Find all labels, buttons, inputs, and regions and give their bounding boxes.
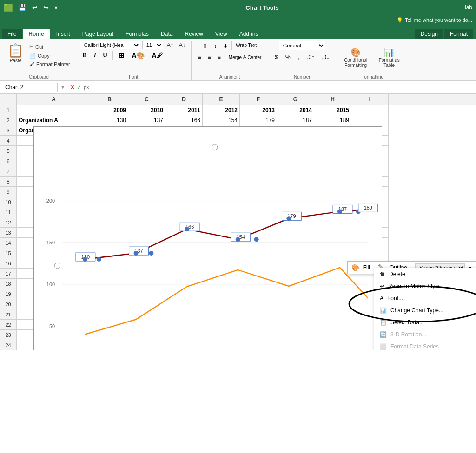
cell-1-B[interactable]: 2009 [91, 105, 128, 115]
row-header-5[interactable]: 5 [0, 146, 17, 156]
row-header-13[interactable]: 13 [0, 228, 17, 238]
align-right-button[interactable]: ≡ [215, 52, 224, 62]
bold-button[interactable]: B [80, 51, 90, 60]
row-header-8[interactable]: 8 [0, 177, 17, 187]
underline-button[interactable]: U [100, 51, 110, 60]
align-center-button[interactable]: ≡ [205, 52, 214, 62]
font-color-button[interactable]: A🖊 [149, 50, 166, 60]
row-header-15[interactable]: 15 [0, 248, 17, 258]
paste-button[interactable]: 📋 Paste [6, 41, 26, 65]
row-header-20[interactable]: 20 [0, 299, 17, 309]
row-header-9[interactable]: 9 [0, 187, 17, 197]
context-menu-reset[interactable]: ↩ Reset to Match Style [374, 280, 476, 292]
col-header-i[interactable]: I [351, 94, 389, 105]
cell-2-B[interactable]: 130 [91, 115, 128, 125]
cell-1-C[interactable]: 2010 [128, 105, 165, 115]
col-header-e[interactable]: E [203, 94, 240, 105]
row-header-10[interactable]: 10 [0, 197, 17, 207]
cell-2-G[interactable]: 187 [277, 115, 314, 125]
chart-container[interactable]: 0 50 100 150 200 2009 2010 2011 2012 201… [33, 126, 382, 350]
format-painter-button[interactable]: 🖌 Format Painter [27, 60, 72, 68]
italic-button[interactable]: I [91, 51, 98, 60]
col-header-a[interactable]: A [17, 94, 91, 105]
row-header-14[interactable]: 14 [0, 238, 17, 248]
context-menu-select-data[interactable]: 📋 Select Data... [374, 316, 476, 328]
fill-toolbar-button[interactable]: 🎨 [351, 264, 359, 271]
row-header-3[interactable]: 3 [0, 125, 17, 136]
tell-me-section[interactable]: 💡 Tell me what you want to do... [397, 17, 472, 23]
row-header-23[interactable]: 23 [0, 330, 17, 340]
cell-2-H[interactable]: 189 [314, 115, 351, 125]
row-header-16[interactable]: 16 [0, 258, 17, 269]
row-header-19[interactable]: 19 [0, 289, 17, 299]
cancel-formula-icon[interactable]: ✕ [70, 84, 75, 91]
redo-button[interactable]: ↪ [41, 3, 51, 12]
cell-2-F[interactable]: 179 [240, 115, 277, 125]
tab-addins[interactable]: Add-ins [234, 29, 264, 39]
col-header-g[interactable]: G [277, 94, 314, 105]
row-header-24[interactable]: 24 [0, 340, 17, 350]
tab-file[interactable]: File [2, 29, 22, 39]
col-header-h[interactable]: H [314, 94, 351, 105]
cell-1-F[interactable]: 2013 [240, 105, 277, 115]
row-header-11[interactable]: 11 [0, 207, 17, 217]
row-header-18[interactable]: 18 [0, 279, 17, 289]
tab-design[interactable]: Design [415, 29, 443, 39]
tab-insert[interactable]: Insert [51, 29, 76, 39]
row-header-6[interactable]: 6 [0, 156, 17, 166]
align-top-button[interactable]: ⬆ [200, 41, 210, 51]
cell-1-E[interactable]: 2012 [203, 105, 240, 115]
cell-2-A[interactable]: Organization A [17, 115, 91, 125]
percent-button[interactable]: % [283, 52, 293, 62]
tab-formulas[interactable]: Formulas [120, 29, 154, 39]
save-button[interactable]: 💾 [17, 3, 28, 12]
tab-data[interactable]: Data [155, 29, 178, 39]
border-button[interactable]: ⊞ [116, 50, 127, 60]
conditional-formatting-button[interactable]: 🎨 Conditional Formatting [340, 46, 371, 70]
row-header-2[interactable]: 2 [0, 115, 17, 125]
tab-review[interactable]: Review [179, 29, 208, 39]
tab-home[interactable]: Home [23, 29, 49, 39]
row-header-12[interactable]: 12 [0, 217, 17, 228]
context-menu-delete[interactable]: 🗑 Delete [374, 268, 476, 280]
align-bottom-button[interactable]: ⬇ [220, 41, 231, 51]
row-header-7[interactable]: 7 [0, 166, 17, 177]
tab-format[interactable]: Format [444, 29, 473, 39]
confirm-formula-icon[interactable]: ✓ [77, 84, 81, 91]
font-size-select[interactable]: 11 [142, 41, 163, 49]
cell-1-I[interactable] [351, 105, 389, 115]
col-header-f[interactable]: F [240, 94, 277, 105]
row-header-17[interactable]: 17 [0, 269, 17, 279]
undo-button[interactable]: ↩ [30, 3, 40, 12]
format-as-table-button[interactable]: 📊 Format as Table [373, 46, 405, 70]
col-header-c[interactable]: C [128, 94, 165, 105]
cell-2-C[interactable]: 137 [128, 115, 165, 125]
wrap-text-button[interactable]: Wrap Text [233, 41, 259, 50]
fill-color-button[interactable]: A🎨 [129, 50, 147, 60]
comma-button[interactable]: , [295, 52, 302, 62]
merge-center-button[interactable]: Merge & Center [226, 52, 264, 62]
cut-button[interactable]: ✂ Cut [27, 43, 72, 51]
formula-input[interactable] [91, 83, 474, 92]
context-menu-font[interactable]: A Font... [374, 292, 476, 304]
cell-1-H[interactable]: 2015 [314, 105, 351, 115]
cell-2-E[interactable]: 154 [203, 115, 240, 125]
copy-button[interactable]: 📄 Copy [27, 52, 72, 59]
currency-button[interactable]: $ [272, 52, 281, 62]
align-left-button[interactable]: ≡ [195, 52, 204, 62]
tab-page-layout[interactable]: Page Layout [77, 29, 119, 39]
cell-2-I[interactable] [351, 115, 389, 125]
context-menu-change-chart-type[interactable]: 📊 Change Chart Type... [374, 304, 476, 316]
cell-1-G[interactable]: 2014 [277, 105, 314, 115]
cell-1-A[interactable] [17, 105, 91, 115]
increase-font-button[interactable]: A↑ [165, 41, 175, 49]
font-name-select[interactable]: Calibri Light (Hea [80, 41, 140, 49]
row-header-22[interactable]: 22 [0, 320, 17, 330]
insert-function-icon[interactable]: ƒx [83, 84, 89, 91]
decrease-decimal-button[interactable]: .0↓ [319, 52, 332, 62]
col-header-b[interactable]: B [91, 94, 128, 105]
row-header-21[interactable]: 21 [0, 309, 17, 320]
increase-decimal-button[interactable]: .0↑ [304, 52, 317, 62]
customize-button[interactable]: ▾ [53, 3, 60, 12]
row-header-1[interactable]: 1 [0, 105, 17, 115]
